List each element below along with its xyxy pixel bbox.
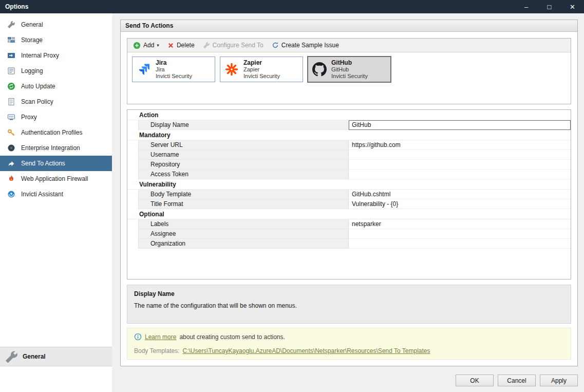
internal-proxy-icon	[7, 51, 15, 60]
learn-more-line: Learn more about creating custom send to…	[134, 333, 564, 341]
sidebar-item-storage[interactable]: Storage	[0, 32, 112, 48]
content: Send To Actions Add ▾ Delet	[112, 13, 584, 392]
sidebar-item-auto-update[interactable]: Auto Update	[0, 79, 112, 94]
sidebar-item-general[interactable]: General	[0, 17, 112, 32]
card-text: Jira Jira Invicti Security	[156, 60, 192, 80]
delete-button[interactable]: Delete	[163, 40, 199, 50]
property-label[interactable]: Username	[139, 150, 349, 160]
card-subtitle: Zapier	[243, 66, 280, 73]
wrench-icon	[4, 349, 18, 364]
card-github[interactable]: GitHub GitHub Invicti Security	[308, 57, 391, 82]
property-row-title-format: Title Format Vulnerability - {0}	[127, 199, 571, 209]
close-button[interactable]: ✕	[561, 0, 584, 13]
card-vendor: Invicti Security	[331, 73, 368, 80]
sidebar-item-internal-proxy[interactable]: Internal Proxy	[0, 48, 112, 63]
panel-body: Add ▾ Delete Configure Send To	[121, 32, 577, 366]
create-sample-issue-button[interactable]: Create Sample Issue	[268, 40, 343, 50]
configure-send-to-button[interactable]: Configure Send To	[199, 40, 268, 50]
cancel-button[interactable]: Cancel	[498, 375, 536, 386]
add-button[interactable]: Add ▾	[129, 40, 163, 51]
sidebar-item-logging[interactable]: Logging	[0, 63, 112, 79]
maximize-button[interactable]: □	[538, 0, 561, 13]
property-value-input[interactable]: GitHub	[349, 120, 571, 130]
window-title: Options	[0, 3, 28, 10]
row-gutter	[127, 160, 139, 170]
property-value-input[interactable]: Vulnerability - {0}	[349, 199, 571, 209]
main-area: General Storage Internal Proxy Logging A	[0, 13, 584, 392]
property-group-mandatory[interactable]: Mandatory	[127, 130, 571, 140]
property-row-server-url: Server URL https://github.com	[127, 140, 571, 150]
row-gutter	[127, 219, 139, 229]
sidebar-item-scan-policy[interactable]: Scan Policy	[0, 94, 112, 109]
sidebar-item-label: Auto Update	[21, 83, 55, 90]
card-zapier[interactable]: Zapier Zapier Invicti Security	[220, 57, 303, 82]
property-group-optional[interactable]: Optional	[127, 209, 571, 219]
property-label[interactable]: Repository	[139, 160, 349, 170]
property-row-organization: Organization	[127, 239, 571, 249]
add-icon	[133, 42, 141, 49]
titlebar: Options – □ ✕	[0, 0, 584, 13]
property-value-input[interactable]	[349, 150, 571, 160]
property-grid: Action Display Name GitHub Mandatory Ser…	[127, 109, 571, 279]
card-text: Zapier Zapier Invicti Security	[243, 60, 280, 80]
sidebar-item-authentication-profiles[interactable]: Authentication Profiles	[0, 125, 112, 140]
sidebar-item-enterprise-integration[interactable]: Enterprise Integration	[0, 140, 112, 156]
configure-send-to-label: Configure Send To	[213, 42, 263, 49]
send-to-actions-icon	[7, 159, 15, 167]
sidebar-item-label: General	[21, 21, 43, 28]
body-templates-label: Body Templates:	[134, 347, 180, 354]
property-label[interactable]: Labels	[139, 219, 349, 229]
card-jira[interactable]: Jira Jira Invicti Security	[132, 57, 215, 82]
row-gutter	[127, 199, 139, 209]
sidebar-item-label: Logging	[21, 67, 43, 74]
send-to-actions-panel: Send To Actions Add ▾ Delet	[120, 20, 578, 366]
card-title: Zapier	[243, 60, 280, 66]
sidebar-item-label: Authentication Profiles	[21, 129, 82, 136]
property-label[interactable]: Title Format	[139, 199, 349, 209]
card-text: GitHub GitHub Invicti Security	[331, 60, 368, 80]
property-group-action[interactable]: Action	[127, 110, 571, 120]
row-gutter	[127, 120, 139, 130]
ok-button[interactable]: OK	[456, 375, 494, 386]
minimize-button[interactable]: –	[515, 0, 538, 13]
property-label[interactable]: Access Token	[139, 170, 349, 179]
sidebar: General Storage Internal Proxy Logging A	[0, 13, 112, 392]
property-value-input[interactable]	[349, 229, 571, 239]
sidebar-item-label: Send To Actions	[21, 160, 65, 167]
chevron-down-icon: ▾	[157, 43, 159, 48]
send-to-cards: Jira Jira Invicti Security Zapier Zapier	[127, 52, 571, 104]
property-value-input[interactable]: GitHub.cshtml	[349, 190, 571, 199]
row-gutter	[127, 170, 139, 179]
property-label[interactable]: Organization	[139, 239, 349, 249]
sidebar-item-label: Scan Policy	[21, 98, 53, 105]
sidebar-item-web-application-firewall[interactable]: Web Application Firewall	[0, 171, 112, 186]
card-vendor: Invicti Security	[243, 73, 280, 80]
body-templates-line: Body Templates: C:\Users\TuncayKayaoglu.…	[134, 347, 564, 354]
delete-icon	[167, 42, 174, 49]
property-label[interactable]: Display Name	[139, 120, 349, 130]
description-text: The name of the configuration that will …	[134, 302, 564, 309]
sidebar-item-proxy[interactable]: Proxy	[0, 109, 112, 125]
body-templates-path-link[interactable]: C:\Users\TuncayKayaoglu.AzureAD\Document…	[183, 347, 430, 354]
learn-more-link[interactable]: Learn more	[145, 333, 176, 341]
property-label[interactable]: Body Template	[139, 190, 349, 199]
property-row-username: Username	[127, 150, 571, 160]
property-row-assignee: Assignee	[127, 229, 571, 239]
card-title: GitHub	[331, 60, 368, 66]
property-label[interactable]: Server URL	[139, 140, 349, 150]
property-value-input[interactable]	[349, 239, 571, 249]
property-group-vulnerability[interactable]: Vulnerability	[127, 179, 571, 190]
sidebar-item-label: Web Application Firewall	[21, 175, 88, 182]
create-sample-issue-icon	[272, 42, 279, 49]
property-value-input[interactable]: https://github.com	[349, 140, 571, 150]
sidebar-item-send-to-actions[interactable]: Send To Actions	[0, 156, 112, 171]
property-value-input[interactable]	[349, 170, 571, 179]
property-value-input[interactable]	[349, 160, 571, 170]
create-sample-issue-label: Create Sample Issue	[281, 42, 339, 49]
apply-button[interactable]: Apply	[540, 375, 578, 386]
property-label[interactable]: Assignee	[139, 229, 349, 239]
panel-title: Send To Actions	[121, 20, 577, 32]
property-value-input[interactable]: netsparker	[349, 219, 571, 229]
sidebar-item-invicti-assistant[interactable]: Invicti Assistant	[0, 186, 112, 202]
enterprise-integration-icon	[7, 144, 15, 152]
